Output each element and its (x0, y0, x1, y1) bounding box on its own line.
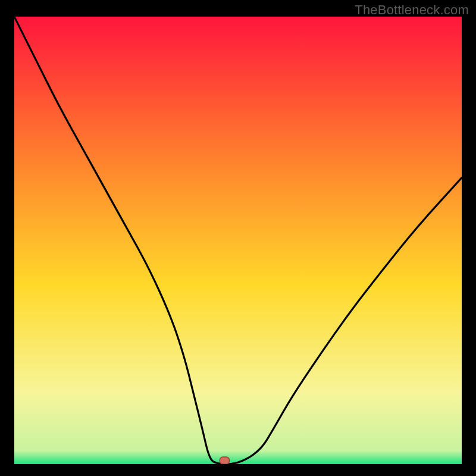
chart-svg (14, 17, 462, 464)
watermark-text: TheBottleneck.com (355, 2, 469, 18)
chart-frame: TheBottleneck.com (0, 0, 476, 476)
gradient-background (14, 17, 462, 464)
optimal-marker (220, 457, 229, 464)
plot-area (14, 17, 462, 464)
